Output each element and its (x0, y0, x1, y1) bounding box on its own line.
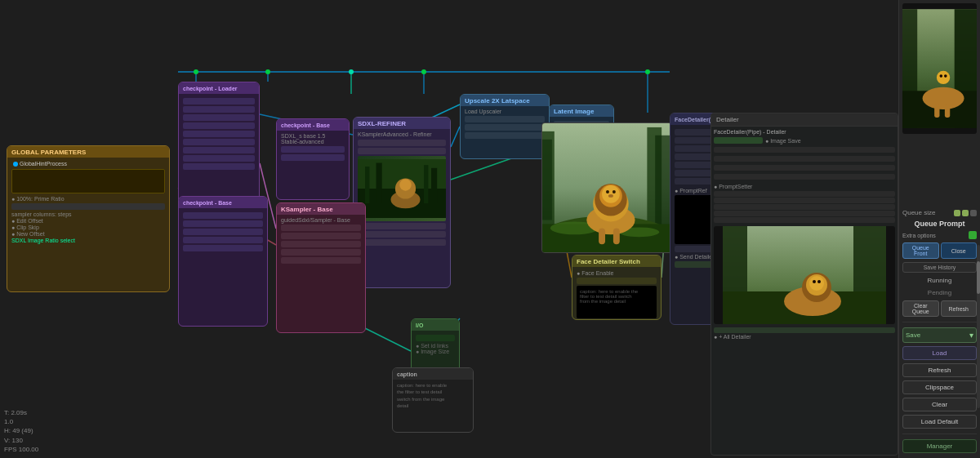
node-field (183, 237, 263, 243)
refresh-main-button[interactable]: Refresh (902, 363, 977, 377)
node-latent-header: Latent Image (550, 105, 613, 117)
svg-rect-72 (945, 104, 950, 118)
close-button[interactable]: Close (941, 242, 978, 259)
node-global-title: GLOBAL PARAMETERS (11, 149, 86, 156)
node-ksampler-body: guidedSdxl/Sampler - Base (277, 215, 365, 268)
svg-point-69 (940, 74, 943, 78)
detail-panel-header: Detailer (711, 113, 898, 127)
node-field (281, 154, 345, 161)
svg-rect-50 (613, 228, 620, 244)
clear-button[interactable]: Clear (902, 398, 977, 411)
detail-controls-row: ● Image Save (714, 137, 895, 144)
node-field (183, 229, 263, 235)
clipspace-button[interactable]: Clipspace (902, 380, 977, 394)
node-global-parameters[interactable]: GLOBAL PARAMETERS GlobalHintProcess ● 10… (7, 145, 170, 292)
status-bar: T: 2.09s 1.0 H: 49 (49) V: 130 FPS 100.0… (4, 408, 38, 454)
node-checkpoint-header: checkpoint - Loader (179, 82, 259, 94)
refresh-button[interactable]: Refresh (941, 300, 978, 317)
right-panel-scrollbar[interactable] (977, 245, 980, 408)
svg-point-68 (937, 71, 950, 84)
svg-rect-71 (934, 104, 939, 118)
status-line1: 1.0 (4, 417, 38, 426)
node-upscale-body: Load Upscaler (461, 106, 549, 143)
save-arrow-icon: ▾ (969, 331, 973, 340)
node-sdxl-refiner[interactable]: SDXL-REFINER KSamplerAdvanced - Refiner (353, 117, 451, 288)
right-panel-preview (902, 3, 977, 134)
node-field (465, 116, 545, 122)
node-base-loader[interactable]: checkpoint - Base (178, 196, 268, 327)
node-sdxl-header: SDXL-REFINER (354, 118, 450, 129)
detail-field-row (714, 174, 895, 180)
node-row: ● Clip Skip (11, 225, 165, 230)
node-upscale[interactable]: Upscale 2X Latspace Load Upscaler (460, 94, 550, 159)
status-coords: H: 49 (49) (4, 426, 38, 435)
detail-lion-svg (714, 226, 895, 324)
node-field (183, 163, 255, 170)
node-field (358, 239, 446, 246)
qs-icon-1 (954, 210, 960, 216)
node-row: sampler columns: steps (11, 211, 165, 217)
node-global-body: GlobalHintProcess ● 100%: Prime Ratio sa… (7, 158, 169, 247)
svg-rect-25 (365, 167, 369, 203)
qs-icon-2 (962, 210, 969, 216)
node-text-output[interactable]: caption caption: here to enable the filt… (392, 367, 474, 433)
detail-field-row (714, 147, 895, 153)
node-face-switch-body: ● Face Enable caption: here to enable th… (572, 267, 661, 320)
load-default-button[interactable]: Load Default (902, 415, 977, 429)
svg-point-46 (606, 190, 609, 193)
node-row: ● 100%: Prime Ratio (11, 196, 165, 202)
node-ksampler-title: KSampler - Base (281, 206, 333, 213)
queue-size-label: Queue size (902, 209, 935, 216)
node-preview-black: caption: here to enable thefilter to tes… (577, 286, 657, 318)
node-field (183, 98, 255, 104)
detail-field (714, 204, 895, 210)
node-field (358, 140, 446, 146)
save-button[interactable]: Save ▾ (902, 327, 977, 343)
node-field (416, 335, 455, 341)
queue-prompt-label: Queue Prompt (902, 220, 977, 228)
node-loader-extra[interactable]: checkpoint - Base SDXL_s base 1.5 Stable… (276, 118, 350, 200)
node-row: GlobalHintProcess (11, 161, 165, 167)
node-face-detailer-switch[interactable]: Face Detailer Switch ● Face Enable capti… (572, 255, 662, 320)
svg-point-18 (265, 69, 270, 74)
node-ksampler-header: KSampler - Base (277, 203, 365, 215)
right-panel-lion-svg (902, 3, 977, 134)
node-field (577, 278, 657, 284)
load-button[interactable]: Load (902, 346, 977, 360)
detail-field-row (714, 156, 895, 162)
divider-1 (902, 322, 977, 322)
node-row: ● New Offset (11, 231, 165, 237)
save-history-button[interactable]: Save History (902, 262, 977, 273)
node-field (281, 233, 361, 239)
node-field (183, 155, 255, 162)
detail-fields (714, 146, 895, 180)
pending-label: Pending (902, 289, 977, 296)
manager-button[interactable]: Manager (902, 439, 977, 453)
node-text-body: caption: here to enable the filter to te… (393, 380, 473, 412)
global-input-area (11, 169, 165, 193)
node-row: ● Face Enable (577, 270, 657, 276)
detail-field (714, 217, 895, 223)
clear-queue-button[interactable]: Clear Queue (902, 300, 939, 317)
svg-line-4 (451, 127, 460, 147)
node-field (358, 148, 446, 154)
node-lion-image-large (541, 122, 672, 253)
svg-point-59 (813, 280, 816, 283)
lion-image-large (542, 123, 671, 252)
node-field (183, 122, 255, 129)
detail-panel: Detailer FaceDetailer(Pipe) - Detailer ●… (710, 113, 898, 456)
right-panel: Queue size Queue Prompt Extra options Qu… (898, 0, 980, 458)
scrollbar-thumb[interactable] (977, 261, 980, 294)
node-field (183, 245, 263, 251)
queue-front-button[interactable]: Queue Front (902, 242, 939, 259)
detail-field (714, 191, 895, 197)
extra-options-label: Extra options (902, 233, 936, 238)
extra-options-toggle[interactable] (969, 231, 977, 239)
node-field (183, 212, 263, 219)
node-field (183, 139, 255, 145)
node-ksampler-base[interactable]: KSampler - Base guidedSdxl/Sampler - Bas… (276, 202, 366, 333)
detail-field (714, 198, 895, 203)
status-v: V: 130 (4, 436, 38, 445)
node-field (183, 220, 263, 227)
slider[interactable] (11, 203, 165, 210)
